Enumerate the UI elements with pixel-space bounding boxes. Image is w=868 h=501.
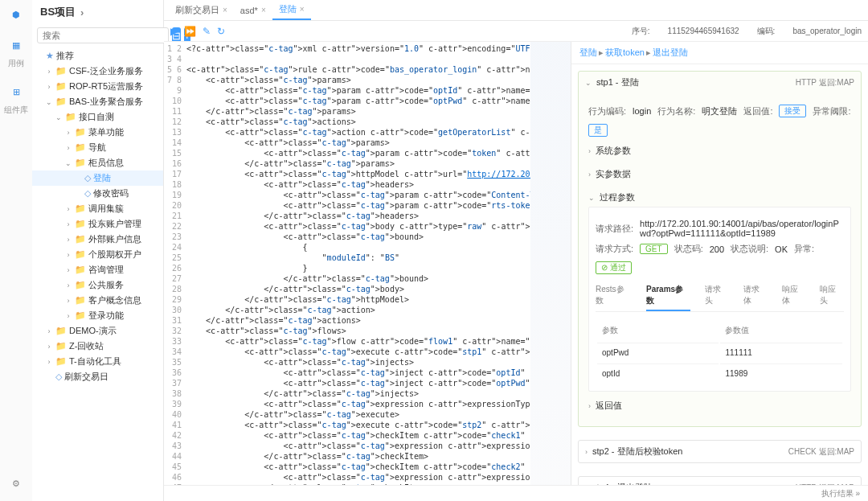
step1-card: ⌄ stp1 - 登陆 HTTP 返回:MAP 行为编码: login 行为名称… xyxy=(578,71,862,427)
settings-icon[interactable]: ⚙ xyxy=(8,475,24,491)
tree-node[interactable]: ›📁ROP-RT5运营服务 xyxy=(32,79,163,94)
line-gutter: 1 2 3 4 5 6 7 8 9 10 11 12 13 14 15 16 1… xyxy=(164,42,186,485)
code-value: bas_operator_login xyxy=(792,27,862,35)
crumb-2[interactable]: 获取token xyxy=(605,47,645,57)
return-section[interactable]: ›返回值 xyxy=(588,396,851,415)
step2-title: stp2 - 登陆后校验token xyxy=(592,446,788,458)
return-chip[interactable]: 接受 xyxy=(779,105,806,117)
tree-node[interactable]: ›📁CSF-泛企业务服务 xyxy=(32,64,163,79)
editor-tab[interactable]: asd*× xyxy=(234,2,272,18)
tree-node[interactable]: ◇修改密码 xyxy=(32,186,163,201)
editor-tab[interactable]: 登陆× xyxy=(272,0,311,20)
order-value: 1115294465941632 xyxy=(668,27,739,35)
status-value: 200 xyxy=(710,244,724,254)
step2-header[interactable]: › stp2 - 登陆后校验token CHECK 返回:MAP xyxy=(579,441,861,462)
close-icon[interactable]: × xyxy=(300,5,305,14)
tree-node[interactable]: ›📁菜单功能 xyxy=(32,125,163,140)
action-name-value: 明文登陆 xyxy=(702,105,737,117)
desc-value: OK xyxy=(775,244,788,254)
debug-icon[interactable]: ⏩ xyxy=(184,26,196,37)
tree-node[interactable]: ›📁外部账户信息 xyxy=(32,232,163,247)
left-icon-bar: ⬢ ▦ 用例 ⊞ 组件库 ⚙ xyxy=(0,0,32,501)
exc-label: 异常: xyxy=(794,243,814,255)
project-header[interactable]: BS项目 › xyxy=(32,0,163,24)
process-params-section[interactable]: ⌄过程参数 xyxy=(588,188,851,207)
return-label: 返回值: xyxy=(743,105,772,117)
tree-node[interactable]: ⌄📁接口自测 xyxy=(32,109,163,125)
footer-bar: 执行结果 » xyxy=(164,485,868,501)
action-code-value: login xyxy=(633,106,651,116)
main-area: 刷新交易日×asd*×登陆× ▶ ⏩ ✎ ↻ 序号: 1115294465941… xyxy=(164,0,868,501)
step1-title: stp1 - 登陆 xyxy=(596,76,796,88)
code-content[interactable]: <?c-attr">class="c-tag">xml c-attr">vers… xyxy=(186,42,530,485)
url-value: http://172.20.101.90:14001/api/bas/opera… xyxy=(640,219,844,238)
editor-tabs: 刷新交易日×asd*×登陆× xyxy=(164,0,868,21)
logo-icon[interactable]: ⬢ xyxy=(8,6,24,23)
tree-node[interactable]: ›📁T-自动化工具 xyxy=(32,354,163,369)
refresh-icon[interactable]: ↻ xyxy=(217,26,225,37)
tree-node[interactable]: ◇登陆 xyxy=(32,170,163,186)
sys-params-section[interactable]: ›系统参数 xyxy=(588,142,851,160)
th-val: 参数值 xyxy=(720,320,842,341)
tree-node[interactable]: ★推荐 xyxy=(32,48,163,64)
tool-icon[interactable]: ✎ xyxy=(203,26,211,37)
footer-label[interactable]: 执行结果 xyxy=(821,488,854,499)
exc-chip: ⊘ 通过 xyxy=(596,261,632,274)
abnormal-chip[interactable]: 是 xyxy=(588,124,608,137)
method-label: 请求方式: xyxy=(596,243,633,255)
tree-node[interactable]: ›📁公共服务 xyxy=(32,277,163,293)
table-row: optPwd111111 xyxy=(597,343,842,362)
tree-node[interactable]: ›📁登录功能 xyxy=(32,308,163,323)
param-tab[interactable]: 响应体 xyxy=(782,281,806,311)
file-tree: ★推荐›📁CSF-泛企业务服务›📁ROP-RT5运营服务⌄📁BAS-业务聚合服务… xyxy=(32,47,163,501)
order-label: 序号: xyxy=(632,26,650,37)
code-label: 编码: xyxy=(757,26,776,37)
tree-node[interactable]: ›📁Z-回收站 xyxy=(32,339,163,354)
run-icon[interactable]: ▶ xyxy=(170,26,178,37)
param-tab[interactable]: 请求体 xyxy=(743,281,768,311)
minimap[interactable] xyxy=(530,42,571,485)
param-tab[interactable]: 响应头 xyxy=(820,281,844,311)
params-table: 参数参数值 optPwd111111optId11989 xyxy=(596,318,844,384)
components-label: 组件库 xyxy=(4,105,28,116)
param-tab[interactable]: Params参数 xyxy=(646,281,690,311)
crumb-3[interactable]: 退出登陆 xyxy=(653,47,688,57)
tree-node[interactable]: ›📁个股期权开户 xyxy=(32,247,163,262)
code-editor[interactable]: 1 2 3 4 5 6 7 8 9 10 11 12 13 14 15 16 1… xyxy=(164,42,571,485)
components-icon[interactable]: ⊞ xyxy=(8,84,24,100)
chevron-right-icon: › xyxy=(585,448,588,456)
step2-meta: CHECK 返回:MAP xyxy=(788,446,854,458)
tree-node[interactable]: ›📁投东账户管理 xyxy=(32,216,163,232)
breadcrumb: 登陆▸获取token▸退出登陆 xyxy=(571,42,868,64)
sidebar: BS项目 › ⊟ + ★推荐›📁CSF-泛企业务服务›📁ROP-RT5运营服务⌄… xyxy=(32,0,164,501)
tree-node[interactable]: ›📁咨询管理 xyxy=(32,262,163,277)
desc-label: 状态说明: xyxy=(731,243,768,255)
close-icon[interactable]: × xyxy=(261,6,266,14)
step1-meta: HTTP 返回:MAP xyxy=(796,77,854,88)
entity-params-section[interactable]: ›实参数据 xyxy=(588,165,851,183)
method-chip: GET xyxy=(640,244,668,254)
editor-tab[interactable]: 刷新交易日× xyxy=(169,1,234,19)
table-row: optId11989 xyxy=(597,363,842,383)
param-tabs: Rests参数Params参数请求头请求体响应体响应头 xyxy=(596,281,844,312)
usecase-label: 用例 xyxy=(8,58,24,69)
sidebar-search: ⊟ + xyxy=(32,24,163,47)
tree-node[interactable]: ›📁DEMO-演示 xyxy=(32,323,163,339)
tree-node[interactable]: ⌄📁柜员信息 xyxy=(32,155,163,170)
crumb-1[interactable]: 登陆 xyxy=(579,47,597,57)
close-icon[interactable]: × xyxy=(223,6,227,14)
step1-header[interactable]: ⌄ stp1 - 登陆 HTTP 返回:MAP xyxy=(579,72,861,93)
param-tab[interactable]: 请求头 xyxy=(705,281,729,311)
tree-node[interactable]: ◇刷新交易日 xyxy=(32,369,163,384)
usecase-icon[interactable]: ▦ xyxy=(8,37,24,53)
param-tab[interactable]: Rests参数 xyxy=(596,281,632,311)
search-input[interactable] xyxy=(37,27,169,43)
tree-node[interactable]: ⌄📁BAS-业务聚合服务 xyxy=(32,94,163,109)
step4-header[interactable]: › stp4 - 退出登陆 HTTP 返回:MAP xyxy=(579,477,861,485)
editor-toolbar: ▶ ⏩ ✎ ↻ 序号: 1115294465941632 编码: bas_ope… xyxy=(164,21,868,42)
tree-node[interactable]: ›📁导航 xyxy=(32,140,163,155)
tree-node[interactable]: ›📁客户概念信息 xyxy=(32,293,163,308)
tree-node[interactable]: ›📁调用集簇 xyxy=(32,201,163,216)
chevron-right-icon: › xyxy=(80,6,84,18)
chevron-down-icon: ⌄ xyxy=(585,79,592,87)
